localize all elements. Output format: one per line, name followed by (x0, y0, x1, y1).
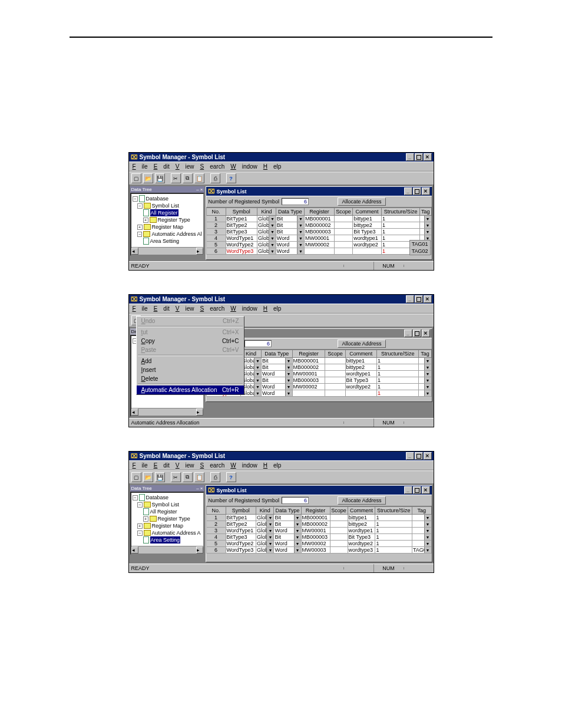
main-menu[interactable]: FileEditViewSearchWindowHelp (129, 460, 434, 470)
edit-menu-popup[interactable]: UndoCtrl+ZtutCtrl+XCopyCtrl+CPasteCtrl+V… (136, 316, 244, 395)
col-register[interactable]: Register (301, 507, 330, 515)
dropdown-icon[interactable]: ▼ (285, 364, 292, 370)
table-row[interactable]: 6WordType3Global▼Word▼1▼ (206, 248, 431, 255)
col-structure-size[interactable]: Structure/Size (382, 208, 420, 216)
tool-paste[interactable]: 📋 (194, 173, 204, 183)
dropdown-icon[interactable]: ▼ (269, 242, 276, 248)
col-no-[interactable]: No. (206, 208, 226, 216)
dropdown-icon[interactable]: ▼ (266, 528, 273, 533)
table-row[interactable]: 5WordType2Global▼Word▼MW00002wordtype21▼ (206, 541, 431, 547)
tag-dropdown-popup[interactable]: TAG01 TAG02 (409, 240, 431, 255)
table-row[interactable]: 3WordType1Global▼Word▼MW00001wordtype11▼ (206, 528, 431, 534)
child-close[interactable]: ✕ (422, 187, 430, 195)
dropdown-icon[interactable]: ▼ (254, 358, 261, 364)
col-register[interactable]: Register (304, 208, 334, 216)
dropdown-icon[interactable]: ▼ (285, 358, 292, 364)
dropdown-icon[interactable]: ▼ (294, 528, 301, 533)
menu-window[interactable]: Window (230, 462, 257, 469)
tool-print[interactable]: ⎙ (210, 173, 220, 183)
col-no-[interactable]: No. (206, 507, 226, 515)
menu-edit[interactable]: Edit (154, 305, 170, 312)
tree-view[interactable]: −Database −Symbol List All Register +Reg… (131, 493, 203, 546)
dropdown-icon[interactable]: ▼ (269, 235, 276, 241)
menu-edit[interactable]: Edit (154, 163, 170, 170)
dropdown-icon[interactable]: ▼ (266, 515, 273, 521)
col-symbol[interactable]: Symbol (226, 208, 257, 216)
menu-view[interactable]: View (176, 462, 194, 469)
sidebar-hscroll[interactable]: ◂▸ (131, 247, 203, 255)
col-scope[interactable]: Scope (325, 350, 345, 358)
dropdown-icon[interactable]: ▼ (285, 384, 292, 390)
col-comment[interactable]: Comment (353, 208, 382, 216)
dropdown-icon[interactable]: ▼ (285, 390, 292, 396)
menu-search[interactable]: Search (200, 462, 225, 469)
table-row[interactable]: 6WordType3Global▼Word▼MW00003wordtype31T… (206, 547, 431, 554)
edit-menu-automatic-address-allocation[interactable]: Automatic Address AllocationCtrl+R (137, 386, 244, 394)
dropdown-icon[interactable]: ▼ (297, 229, 304, 235)
dropdown-icon[interactable]: ▼ (424, 521, 431, 527)
tool-cut[interactable]: ✂ (171, 173, 181, 183)
close-button[interactable]: ✕ (424, 153, 432, 161)
menu-edit[interactable]: Edit (154, 462, 170, 469)
dropdown-icon[interactable]: ▼ (294, 541, 301, 546)
table-row[interactable]: 4BitType3Global▼Bit▼MB000003Bit Type31▼ (206, 534, 431, 541)
dropdown-icon[interactable]: ▼ (424, 371, 431, 377)
tool-save[interactable]: 💾 (155, 173, 165, 183)
col-data-type[interactable]: Data Type (276, 208, 304, 216)
dropdown-icon[interactable]: ▼ (424, 547, 431, 553)
dropdown-icon[interactable]: ▼ (266, 541, 273, 546)
menu-file[interactable]: File (133, 163, 148, 170)
col-tag[interactable]: Tag (420, 208, 431, 216)
dropdown-icon[interactable]: ▼ (269, 229, 276, 235)
maximize-button[interactable] (415, 153, 423, 161)
col-comment[interactable]: Comment (345, 350, 376, 358)
tree-area-setting[interactable]: Area Setting (143, 238, 202, 245)
dropdown-icon[interactable]: ▼ (424, 541, 431, 546)
dropdown-icon[interactable]: ▼ (294, 521, 301, 527)
expand-icon[interactable]: − (133, 196, 138, 202)
dropdown-icon[interactable]: ▼ (294, 547, 301, 553)
dropdown-icon[interactable]: ▼ (254, 364, 261, 370)
dropdown-icon[interactable]: ▼ (297, 222, 304, 228)
main-title-bar[interactable]: ⌧ Symbol Manager - Symbol List _ ✕ (129, 153, 434, 162)
table-row[interactable]: 1BitType1Global▼Bit▼MB000001bittype11▼ (206, 216, 431, 222)
col-kind[interactable]: Kind (256, 507, 274, 515)
menu-help[interactable]: Help (263, 305, 282, 312)
table-row[interactable]: 2BitType2Global▼Bit▼MB000002bittype21▼ (206, 521, 431, 528)
col-tag[interactable]: Tag (419, 350, 431, 358)
menu-view[interactable]: View (176, 305, 194, 312)
dropdown-icon[interactable]: ▼ (266, 521, 273, 527)
tool-copy[interactable]: ⧉ (183, 173, 193, 183)
tag-option[interactable]: TAG02 (410, 248, 430, 255)
dropdown-icon[interactable]: ▼ (266, 547, 273, 553)
main-menu[interactable]: FileEditViewSearchWindowHelp (129, 162, 434, 172)
dropdown-icon[interactable]: ▼ (294, 534, 301, 540)
menu-file[interactable]: File (133, 305, 148, 312)
tree-view[interactable]: −Database −Symbol List All Register +Reg… (131, 194, 203, 247)
symbol-grid[interactable]: No.SymbolKindData TypeRegisterScopeComme… (206, 207, 432, 255)
dropdown-icon[interactable]: ▼ (297, 216, 304, 222)
table-row[interactable]: 3BitType3Global▼Bit▼MB000003Bit Type31▼ (206, 229, 431, 235)
col-tag[interactable]: Tag (412, 507, 431, 515)
dropdown-icon[interactable]: ▼ (424, 377, 431, 383)
edit-menu-add[interactable]: Add (137, 357, 244, 365)
child-max[interactable] (413, 187, 421, 195)
col-scope[interactable]: Scope (334, 208, 352, 216)
menu-search[interactable]: Search (200, 305, 225, 312)
menu-view[interactable]: View (176, 163, 194, 170)
col-kind[interactable]: Kind (257, 208, 276, 216)
dropdown-icon[interactable]: ▼ (424, 528, 431, 533)
tool-open[interactable]: 📂 (143, 173, 153, 183)
dropdown-icon[interactable]: ▼ (424, 229, 431, 235)
dropdown-icon[interactable]: ▼ (424, 216, 431, 222)
table-row[interactable]: 2BitType2Global▼Bit▼MB000002bittype21▼ (206, 222, 431, 229)
dock-hide-icon[interactable]: – × (196, 187, 203, 192)
dropdown-icon[interactable]: ▼ (285, 371, 292, 377)
dropdown-icon[interactable]: ▼ (269, 222, 276, 228)
menu-file[interactable]: File (133, 462, 148, 469)
col-scope[interactable]: Scope (330, 507, 348, 515)
dropdown-icon[interactable]: ▼ (254, 377, 261, 383)
col-structure-size[interactable]: Structure/Size (375, 507, 412, 515)
edit-menu-insert[interactable]: Insert (137, 365, 244, 374)
tree-area-setting[interactable]: Area Setting (143, 536, 202, 543)
